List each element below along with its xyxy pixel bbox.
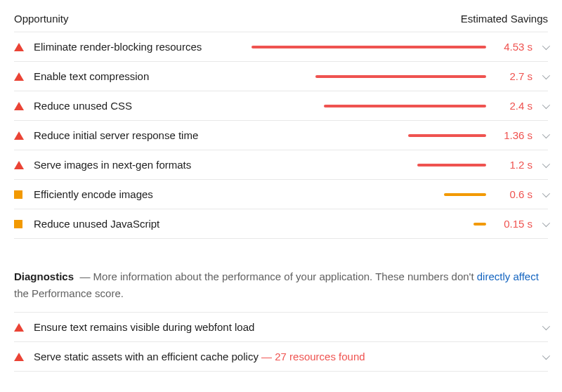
opportunity-label: Efficiently encode images [34,188,153,200]
error-triangle-icon [14,353,24,361]
chevron-down-icon [542,159,550,167]
opportunity-row[interactable]: Reduce unused JavaScript0.15 s [14,209,548,239]
chevron-down-icon [542,322,550,329]
header-opportunity: Opportunity [14,13,69,25]
opportunity-label: Eliminate render-blocking resources [34,41,202,53]
opportunity-label: Enable text compression [34,70,149,82]
expand-toggle[interactable] [532,74,548,79]
chevron-down-icon [542,100,550,108]
expand-toggle[interactable] [532,325,548,330]
savings-value: 1.2 s [495,159,532,171]
error-triangle-icon [14,323,34,332]
chevron-down-icon [542,71,550,79]
diagnostics-section: Diagnostics — More information about the… [14,268,548,372]
savings-bar-fill [444,193,486,196]
savings-bar-fill [408,134,486,137]
diagnostic-label: Serve static assets with an efficient ca… [34,351,532,362]
warning-square-icon [14,190,34,199]
diagnostic-extra: — 27 resources found [261,351,365,362]
opportunity-row[interactable]: Reduce unused CSS2.4 s [14,91,548,121]
error-triangle-icon [14,161,24,169]
savings-bar-track [168,223,486,226]
opportunity-label: Reduce unused JavaScript [34,218,159,230]
expand-toggle[interactable] [532,103,548,109]
diagnostic-text: Serve static assets with an efficient ca… [34,351,259,362]
chevron-down-icon [542,218,550,226]
opportunity-label: Reduce initial server response time [34,129,198,141]
chevron-down-icon [542,189,550,197]
opportunity-label: Reduce unused CSS [34,100,132,112]
expand-toggle[interactable] [532,44,548,50]
chevron-down-icon [542,41,550,49]
savings-value: 2.4 s [495,100,532,112]
savings-bar-track [162,193,486,196]
savings-bar-fill [473,223,486,226]
warning-square-icon [14,220,34,228]
diagnostics-link[interactable]: directly affect [477,270,539,282]
savings-value: 4.53 s [495,41,532,53]
savings-bar-fill [417,164,486,166]
expand-toggle[interactable] [532,221,548,227]
diagnostic-row[interactable]: Serve static assets with an efficient ca… [14,342,548,372]
expand-toggle[interactable] [532,192,548,197]
opportunity-row[interactable]: Reduce initial server response time1.36 … [14,121,548,150]
opportunity-row[interactable]: Enable text compression2.7 s [14,62,548,91]
error-triangle-icon [14,131,24,140]
error-triangle-icon [14,102,34,110]
error-triangle-icon [14,323,24,332]
warning-square-icon [14,220,22,228]
error-triangle-icon [14,102,24,110]
savings-value: 0.6 s [495,188,532,200]
header-estimated-savings: Estimated Savings [461,13,548,25]
savings-bar-track [200,164,486,166]
diagnostics-desc-1: More information about the performance o… [93,270,477,282]
warning-square-icon [14,190,22,199]
error-triangle-icon [14,131,34,140]
chevron-down-icon [542,130,550,138]
diagnostics-list: Ensure text remains visible during webfo… [14,313,548,372]
savings-bar-track [140,105,486,107]
error-triangle-icon [14,161,34,169]
diagnostics-dash: — [79,270,90,282]
error-triangle-icon [14,43,24,51]
error-triangle-icon [14,43,34,51]
diagnostic-row[interactable]: Ensure text remains visible during webfo… [14,313,548,342]
opportunity-row[interactable]: Efficiently encode images0.6 s [14,180,548,209]
opportunity-row[interactable]: Eliminate render-blocking resources4.53 … [14,32,548,62]
opportunity-label: Serve images in next-gen formats [34,159,191,171]
savings-bar-fill [324,105,486,107]
savings-value: 1.36 s [495,129,532,141]
expand-toggle[interactable] [532,133,548,138]
error-triangle-icon [14,353,34,361]
savings-bar-fill [315,75,486,78]
opportunities-header: Opportunity Estimated Savings [14,8,548,32]
chevron-down-icon [542,351,550,359]
savings-value: 2.7 s [495,70,532,82]
diagnostic-text: Ensure text remains visible during webfo… [34,321,254,333]
savings-value: 0.15 s [495,218,532,230]
diagnostic-label: Ensure text remains visible during webfo… [34,321,532,333]
diagnostics-title: Diagnostics [14,270,74,282]
opportunity-row[interactable]: Serve images in next-gen formats1.2 s [14,150,548,180]
expand-toggle[interactable] [532,162,548,168]
savings-bar-track [210,46,486,48]
diagnostics-header: Diagnostics — More information about the… [14,268,548,313]
expand-toggle[interactable] [532,354,548,360]
error-triangle-icon [14,72,24,81]
diagnostics-desc-2: the Performance score. [14,287,124,299]
savings-bar-track [157,75,486,78]
savings-bar-fill [251,46,486,48]
error-triangle-icon [14,72,34,81]
savings-bar-track [207,134,486,137]
opportunities-list: Eliminate render-blocking resources4.53 … [14,32,548,239]
